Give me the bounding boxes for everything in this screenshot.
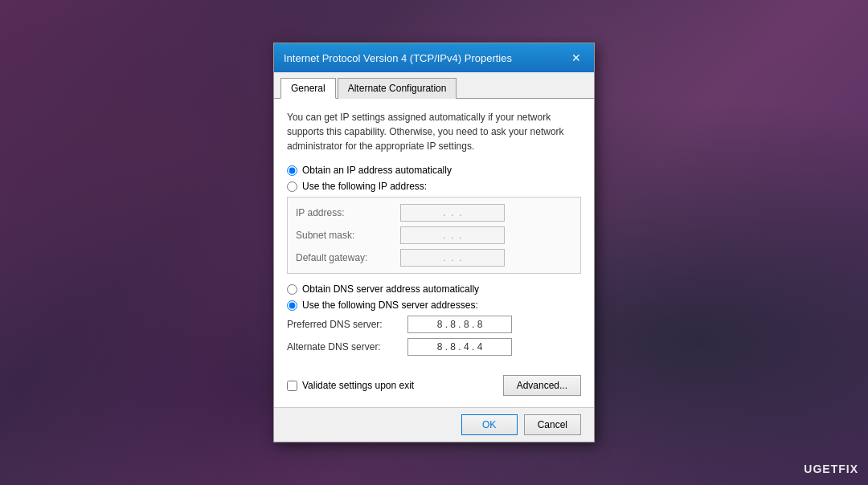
ip-address-input[interactable] [400,204,505,222]
ok-button[interactable]: OK [461,414,518,435]
default-gateway-label: Default gateway: [296,252,400,263]
use-following-dns-label: Use the following DNS server addresses: [302,300,478,311]
obtain-dns-auto-radio[interactable] [287,284,297,295]
default-gateway-input[interactable] [400,249,505,267]
use-following-dns-radio[interactable] [287,300,297,311]
subnet-mask-input[interactable] [400,226,505,244]
watermark: UGETFIX [804,463,858,475]
dialog-titlebar: Internet Protocol Version 4 (TCP/IPv4) P… [274,43,594,72]
preferred-dns-label: Preferred DNS server: [287,319,407,330]
use-following-ip-radio[interactable] [287,181,297,192]
ip-address-row: IP address: [296,204,572,222]
validate-checkbox-container[interactable]: Validate settings upon exit [287,380,414,391]
description-text: You can get IP settings assigned automat… [287,110,581,153]
advanced-button[interactable]: Advanced... [503,375,581,396]
obtain-ip-auto-option[interactable]: Obtain an IP address automatically [287,165,581,176]
use-following-ip-option[interactable]: Use the following IP address: [287,181,581,192]
default-gateway-row: Default gateway: [296,249,572,267]
use-following-ip-label: Use the following IP address: [302,181,427,192]
close-button[interactable]: ✕ [568,50,584,66]
dialog-body: You can get IP settings assigned automat… [274,99,594,407]
use-following-dns-option[interactable]: Use the following DNS server addresses: [287,300,581,311]
ip-address-section: Obtain an IP address automatically Use t… [287,165,581,274]
dialog-footer: OK Cancel [274,407,594,442]
obtain-ip-auto-label: Obtain an IP address automatically [302,165,452,176]
obtain-dns-auto-option[interactable]: Obtain DNS server address automatically [287,283,581,295]
ip-address-label: IP address: [296,207,400,218]
subnet-mask-row: Subnet mask: [296,226,572,244]
properties-dialog: Internet Protocol Version 4 (TCP/IPv4) P… [273,43,595,442]
tab-general[interactable]: General [280,78,336,99]
obtain-ip-auto-radio[interactable] [287,165,297,176]
validate-label: Validate settings upon exit [302,380,414,391]
validate-row: Validate settings upon exit Advanced... [287,367,581,396]
preferred-dns-input[interactable] [407,316,512,333]
validate-checkbox[interactable] [287,381,297,391]
dns-section: Obtain DNS server address automatically … [287,283,581,356]
alternate-dns-input[interactable] [407,338,512,356]
subnet-mask-label: Subnet mask: [296,230,400,241]
dialog-title: Internet Protocol Version 4 (TCP/IPv4) P… [284,52,512,64]
obtain-dns-auto-label: Obtain DNS server address automatically [302,283,479,295]
alternate-dns-row: Alternate DNS server: [287,338,581,356]
cancel-button[interactable]: Cancel [524,414,581,435]
tab-bar: General Alternate Configuration [274,72,594,99]
alternate-dns-label: Alternate DNS server: [287,341,407,353]
preferred-dns-row: Preferred DNS server: [287,316,581,333]
ip-fields-group: IP address: Subnet mask: Default gateway… [287,197,581,274]
tab-alternate-configuration[interactable]: Alternate Configuration [338,78,457,99]
